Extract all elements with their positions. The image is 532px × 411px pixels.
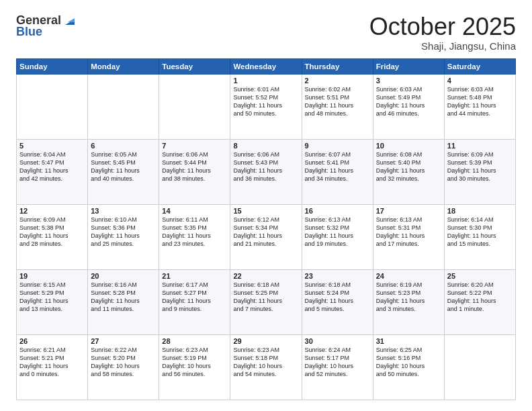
calendar-cell-w2-d5: 10Sunrise: 6:08 AM Sunset: 5:40 PM Dayli… <box>373 139 444 204</box>
day-number: 22 <box>233 272 298 280</box>
day-info: Sunrise: 6:03 AM Sunset: 5:48 PM Dayligh… <box>447 85 513 118</box>
day-info: Sunrise: 6:01 AM Sunset: 5:52 PM Dayligh… <box>233 85 298 118</box>
day-number: 2 <box>305 77 370 85</box>
week-row-3: 12Sunrise: 6:09 AM Sunset: 5:38 PM Dayli… <box>17 204 516 269</box>
svg-marker-1 <box>68 18 75 22</box>
calendar-cell-w3-d2: 14Sunrise: 6:11 AM Sunset: 5:35 PM Dayli… <box>159 204 230 269</box>
logo-blue-text: Blue <box>16 25 42 39</box>
calendar-cell-w1-d6: 4Sunrise: 6:03 AM Sunset: 5:48 PM Daylig… <box>444 74 515 139</box>
calendar-header-row: Sunday Monday Tuesday Wednesday Thursday… <box>17 58 516 74</box>
day-number: 26 <box>19 337 85 345</box>
calendar-cell-w3-d6: 18Sunrise: 6:14 AM Sunset: 5:30 PM Dayli… <box>444 204 515 269</box>
day-info: Sunrise: 6:15 AM Sunset: 5:29 PM Dayligh… <box>19 281 85 314</box>
calendar-cell-w1-d3: 1Sunrise: 6:01 AM Sunset: 5:52 PM Daylig… <box>230 74 302 139</box>
day-info: Sunrise: 6:10 AM Sunset: 5:36 PM Dayligh… <box>91 216 156 248</box>
day-number: 23 <box>305 272 370 280</box>
day-number: 4 <box>447 77 513 85</box>
page: General Blue October 2025 Shaji, Jiangsu… <box>0 0 532 411</box>
day-info: Sunrise: 6:08 AM Sunset: 5:40 PM Dayligh… <box>376 150 441 183</box>
col-saturday: Saturday <box>444 58 515 74</box>
day-number: 29 <box>233 337 298 345</box>
day-info: Sunrise: 6:13 AM Sunset: 5:32 PM Dayligh… <box>305 216 370 248</box>
day-info: Sunrise: 6:11 AM Sunset: 5:35 PM Dayligh… <box>162 216 227 248</box>
calendar-cell-w1-d1 <box>88 74 159 139</box>
week-row-2: 5Sunrise: 6:04 AM Sunset: 5:47 PM Daylig… <box>17 139 516 204</box>
day-number: 17 <box>376 207 441 215</box>
calendar-cell-w4-d2: 21Sunrise: 6:17 AM Sunset: 5:27 PM Dayli… <box>159 269 230 334</box>
calendar-cell-w4-d5: 24Sunrise: 6:19 AM Sunset: 5:23 PM Dayli… <box>373 269 444 334</box>
calendar-cell-w3-d4: 16Sunrise: 6:13 AM Sunset: 5:32 PM Dayli… <box>302 204 373 269</box>
calendar-cell-w4-d4: 23Sunrise: 6:18 AM Sunset: 5:24 PM Dayli… <box>302 269 373 334</box>
calendar-cell-w2-d2: 7Sunrise: 6:06 AM Sunset: 5:44 PM Daylig… <box>159 139 230 204</box>
calendar-cell-w3-d1: 13Sunrise: 6:10 AM Sunset: 5:36 PM Dayli… <box>88 204 159 269</box>
calendar-cell-w3-d5: 17Sunrise: 6:13 AM Sunset: 5:31 PM Dayli… <box>373 204 444 269</box>
day-number: 25 <box>447 272 513 280</box>
col-friday: Friday <box>373 58 444 74</box>
day-info: Sunrise: 6:03 AM Sunset: 5:49 PM Dayligh… <box>376 85 441 118</box>
calendar-cell-w5-d0: 26Sunrise: 6:21 AM Sunset: 5:21 PM Dayli… <box>17 334 88 400</box>
calendar-cell-w5-d3: 29Sunrise: 6:23 AM Sunset: 5:18 PM Dayli… <box>230 334 302 400</box>
calendar-cell-w4-d3: 22Sunrise: 6:18 AM Sunset: 5:25 PM Dayli… <box>230 269 302 334</box>
day-info: Sunrise: 6:06 AM Sunset: 5:44 PM Dayligh… <box>162 150 227 183</box>
col-sunday: Sunday <box>17 58 88 74</box>
day-number: 27 <box>91 337 156 345</box>
day-number: 9 <box>305 142 370 150</box>
day-number: 3 <box>376 77 441 85</box>
day-number: 12 <box>19 207 85 215</box>
day-number: 13 <box>91 207 156 215</box>
day-info: Sunrise: 6:23 AM Sunset: 5:18 PM Dayligh… <box>233 346 298 379</box>
day-number: 8 <box>233 142 298 150</box>
day-number: 31 <box>376 337 441 345</box>
location: Shaji, Jiangsu, China <box>369 40 516 52</box>
calendar-cell-w1-d4: 2Sunrise: 6:02 AM Sunset: 5:51 PM Daylig… <box>302 74 373 139</box>
day-info: Sunrise: 6:13 AM Sunset: 5:31 PM Dayligh… <box>376 216 441 248</box>
calendar-cell-w2-d1: 6Sunrise: 6:05 AM Sunset: 5:45 PM Daylig… <box>88 139 159 204</box>
day-number: 21 <box>162 272 227 280</box>
day-number: 5 <box>19 142 85 150</box>
calendar-cell-w5-d5: 31Sunrise: 6:25 AM Sunset: 5:16 PM Dayli… <box>373 334 444 400</box>
day-number: 10 <box>376 142 441 150</box>
day-info: Sunrise: 6:20 AM Sunset: 5:22 PM Dayligh… <box>447 281 513 314</box>
day-number: 1 <box>233 77 298 85</box>
day-number: 6 <box>91 142 156 150</box>
day-number: 28 <box>162 337 227 345</box>
day-number: 7 <box>162 142 227 150</box>
calendar-cell-w5-d4: 30Sunrise: 6:24 AM Sunset: 5:17 PM Dayli… <box>302 334 373 400</box>
day-info: Sunrise: 6:02 AM Sunset: 5:51 PM Dayligh… <box>305 85 370 118</box>
calendar-cell-w2-d4: 9Sunrise: 6:07 AM Sunset: 5:41 PM Daylig… <box>302 139 373 204</box>
calendar-cell-w1-d0 <box>17 74 88 139</box>
header: General Blue October 2025 Shaji, Jiangsu… <box>16 13 516 52</box>
day-info: Sunrise: 6:17 AM Sunset: 5:27 PM Dayligh… <box>162 281 227 314</box>
day-info: Sunrise: 6:22 AM Sunset: 5:20 PM Dayligh… <box>91 346 156 379</box>
day-info: Sunrise: 6:07 AM Sunset: 5:41 PM Dayligh… <box>305 150 370 183</box>
calendar-cell-w2-d0: 5Sunrise: 6:04 AM Sunset: 5:47 PM Daylig… <box>17 139 88 204</box>
week-row-5: 26Sunrise: 6:21 AM Sunset: 5:21 PM Dayli… <box>17 334 516 400</box>
day-number: 18 <box>447 207 513 215</box>
month-title: October 2025 <box>369 13 516 40</box>
day-info: Sunrise: 6:09 AM Sunset: 5:38 PM Dayligh… <box>19 216 85 248</box>
day-info: Sunrise: 6:16 AM Sunset: 5:28 PM Dayligh… <box>91 281 156 314</box>
day-number: 16 <box>305 207 370 215</box>
calendar-cell-w1-d2 <box>159 74 230 139</box>
day-info: Sunrise: 6:23 AM Sunset: 5:19 PM Dayligh… <box>162 346 227 379</box>
col-thursday: Thursday <box>302 58 373 74</box>
logo: General Blue <box>16 13 77 39</box>
day-info: Sunrise: 6:25 AM Sunset: 5:16 PM Dayligh… <box>376 346 441 379</box>
day-info: Sunrise: 6:12 AM Sunset: 5:34 PM Dayligh… <box>233 216 298 248</box>
week-row-1: 1Sunrise: 6:01 AM Sunset: 5:52 PM Daylig… <box>17 74 516 139</box>
day-info: Sunrise: 6:18 AM Sunset: 5:25 PM Dayligh… <box>233 281 298 314</box>
col-wednesday: Wednesday <box>230 58 302 74</box>
calendar-cell-w4-d0: 19Sunrise: 6:15 AM Sunset: 5:29 PM Dayli… <box>17 269 88 334</box>
day-number: 15 <box>233 207 298 215</box>
calendar-cell-w3-d0: 12Sunrise: 6:09 AM Sunset: 5:38 PM Dayli… <box>17 204 88 269</box>
calendar-cell-w4-d6: 25Sunrise: 6:20 AM Sunset: 5:22 PM Dayli… <box>444 269 515 334</box>
col-tuesday: Tuesday <box>159 58 230 74</box>
calendar-cell-w1-d5: 3Sunrise: 6:03 AM Sunset: 5:49 PM Daylig… <box>373 74 444 139</box>
calendar-cell-w5-d6 <box>444 334 515 400</box>
week-row-4: 19Sunrise: 6:15 AM Sunset: 5:29 PM Dayli… <box>17 269 516 334</box>
day-number: 30 <box>305 337 370 345</box>
calendar-cell-w2-d3: 8Sunrise: 6:06 AM Sunset: 5:43 PM Daylig… <box>230 139 302 204</box>
calendar-cell-w5-d2: 28Sunrise: 6:23 AM Sunset: 5:19 PM Dayli… <box>159 334 230 400</box>
day-number: 11 <box>447 142 513 150</box>
title-block: October 2025 Shaji, Jiangsu, China <box>369 13 516 52</box>
